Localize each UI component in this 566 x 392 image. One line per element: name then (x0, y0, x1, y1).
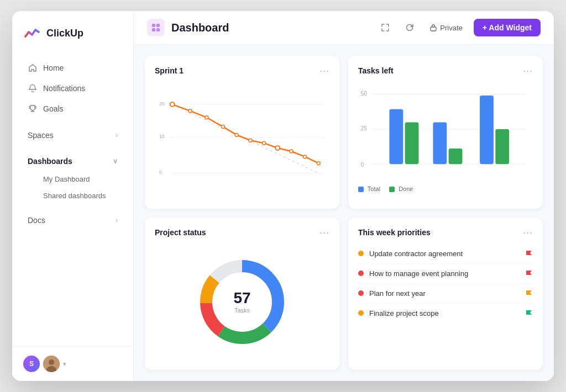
sidebar-item-goals-label: Goals (43, 104, 64, 113)
sprint-widget: Sprint 1 ··· 20 10 0 (145, 56, 339, 209)
svg-rect-5 (152, 28, 155, 31)
priority-flag-1 (525, 250, 533, 257)
priority-flag-4 (525, 309, 533, 317)
sidebar-item-goals[interactable]: Goals (17, 99, 129, 119)
sidebar: ClickUp Home Notifications (12, 11, 134, 381)
svg-rect-7 (431, 27, 436, 31)
priority-label-2: How to manage event planning (369, 269, 468, 278)
done-dot (389, 187, 395, 192)
project-status-widget: Project status ··· (145, 218, 339, 370)
avatar-img[interactable] (43, 356, 60, 372)
donut-number: 57 (233, 290, 250, 307)
sidebar-bottom: S ▾ (12, 346, 133, 381)
tasks-left-title: Tasks left (358, 66, 394, 75)
sidebar-item-notifications-label: Notifications (43, 84, 85, 93)
sprint-title: Sprint 1 (155, 66, 184, 75)
priority-flag-2 (525, 269, 533, 277)
svg-point-15 (170, 102, 175, 107)
sprint-chart: 20 10 0 (155, 82, 329, 199)
priority-item-4[interactable]: Finalize project scope (358, 304, 533, 323)
project-status-menu-button[interactable]: ··· (319, 227, 329, 237)
private-badge[interactable]: Private (425, 22, 467, 34)
svg-rect-6 (156, 28, 160, 31)
svg-text:25: 25 (361, 125, 368, 131)
svg-text:0: 0 (361, 162, 364, 168)
grid-icon (151, 23, 161, 33)
svg-rect-32 (389, 109, 403, 164)
chevron-right-icon: › (116, 131, 118, 139)
svg-point-25 (317, 162, 320, 165)
priority-item-2[interactable]: How to manage event planning (358, 264, 533, 284)
svg-point-24 (303, 155, 307, 158)
sprint-widget-header: Sprint 1 ··· (155, 66, 329, 76)
svg-rect-36 (480, 96, 494, 164)
sprint-svg: 20 10 0 (155, 82, 329, 199)
nav-divider-2 (12, 142, 133, 151)
priorities-widget: This week priorities ··· Update contract… (348, 218, 543, 370)
donut-label: Tasks (234, 307, 250, 314)
svg-point-18 (221, 125, 224, 129)
sidebar-item-my-dashboard[interactable]: My Dashboard (17, 171, 129, 187)
refresh-icon (405, 23, 414, 32)
refresh-button[interactable] (401, 19, 418, 36)
priority-flag-3 (525, 289, 533, 297)
app-name: ClickUp (46, 28, 83, 39)
sidebar-navigation: Home Notifications Goals Spaces › (12, 53, 133, 346)
priority-label-1: Update contractor agreement (369, 250, 463, 258)
sidebar-item-home[interactable]: Home (17, 58, 129, 78)
priority-item-1[interactable]: Update contractor agreement (358, 244, 533, 264)
svg-text:10: 10 (159, 134, 165, 139)
sidebar-item-home-label: Home (43, 63, 64, 72)
tasks-left-header: Tasks left ··· (358, 66, 533, 76)
svg-point-16 (188, 109, 192, 113)
sidebar-item-dashboards[interactable]: Dashboards ∨ (17, 152, 129, 171)
tasks-left-menu-button[interactable]: ··· (523, 66, 533, 76)
priority-label-4: Finalize project scope (369, 309, 439, 317)
home-icon (28, 63, 38, 73)
tasks-bars-svg: 50 25 0 (358, 82, 533, 181)
svg-rect-34 (433, 123, 447, 165)
avatar-s[interactable]: S (23, 356, 40, 372)
svg-text:50: 50 (361, 91, 368, 97)
svg-point-19 (235, 133, 238, 136)
svg-point-23 (290, 150, 293, 153)
priority-item-3[interactable]: Plan for next year (358, 284, 533, 304)
add-widget-button[interactable]: + Add Widget (474, 19, 541, 36)
sidebar-item-spaces[interactable]: Spaces › (17, 129, 129, 142)
svg-text:0: 0 (159, 169, 162, 175)
topbar-actions: Private + Add Widget (376, 19, 541, 36)
sidebar-item-shared-dashboards[interactable]: Shared dashboards (17, 188, 129, 204)
clickup-logo-icon (23, 24, 41, 42)
svg-rect-4 (156, 24, 160, 27)
sidebar-item-dashboards-label: Dashboards (28, 157, 72, 166)
sidebar-item-docs[interactable]: Docs › (17, 214, 129, 227)
priority-dot-1 (358, 251, 364, 256)
priorities-title: This week priorities (358, 228, 431, 237)
dashboard-grid: Sprint 1 ··· 20 10 0 (134, 45, 554, 381)
priority-label-3: Plan for next year (369, 289, 426, 298)
svg-point-17 (205, 116, 208, 119)
sprint-menu-button[interactable]: ··· (319, 66, 329, 76)
sidebar-item-spaces-label: Spaces (28, 131, 54, 140)
chevron-down-user[interactable]: ▾ (63, 361, 66, 368)
svg-point-1 (49, 359, 54, 365)
svg-point-21 (263, 141, 266, 145)
legend-done: Done (389, 186, 413, 192)
sidebar-item-notifications[interactable]: Notifications (17, 78, 129, 98)
tasks-legend: Total Done (358, 186, 533, 192)
tasks-left-chart: 50 25 0 (358, 82, 533, 199)
priorities-menu-button[interactable]: ··· (523, 227, 533, 237)
nav-divider-3 (12, 204, 133, 213)
legend-total: Total (358, 186, 380, 192)
nav-divider-1 (12, 119, 133, 128)
main-content: Dashboard Private (134, 11, 554, 381)
user-avatar-img (43, 356, 60, 372)
svg-point-22 (275, 146, 280, 150)
app-shell: ClickUp Home Notifications (12, 11, 554, 381)
chevron-right-icon-docs: › (116, 216, 118, 224)
bell-icon (28, 83, 38, 93)
priority-dot-4 (358, 310, 364, 316)
expand-icon (381, 23, 390, 32)
expand-button[interactable] (376, 19, 394, 36)
logo[interactable]: ClickUp (12, 11, 133, 53)
